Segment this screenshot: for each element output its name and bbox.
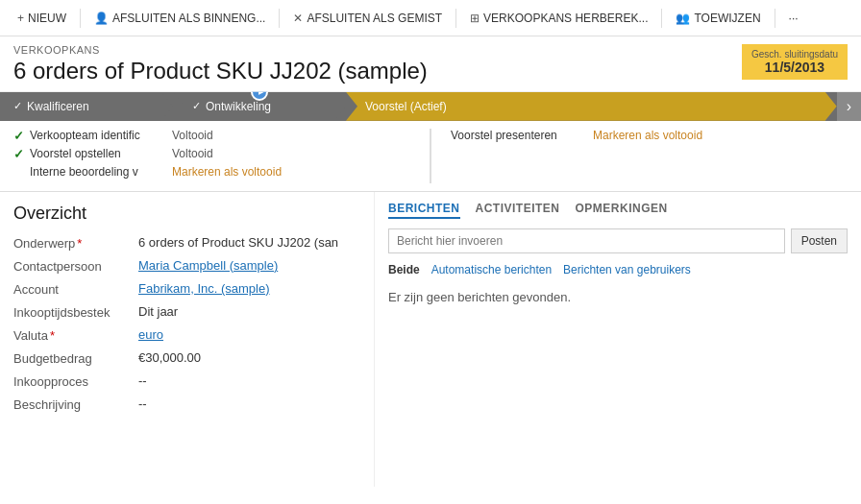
field-budgetbedrag-label: Budgetbedrag — [13, 350, 138, 366]
separator-4 — [661, 9, 662, 28]
step-interne-action[interactable]: Markeren als voltooid — [172, 165, 282, 179]
step-verkoopteam-label: Verkoopteam identific — [30, 129, 164, 142]
messages-panel: BERICHTEN ACTIVITEITEN OPMERKINGEN Poste… — [375, 192, 861, 487]
separator-3 — [455, 9, 456, 28]
field-budgetbedrag-value: €30,000.00 — [138, 350, 201, 365]
field-account-label: Account — [13, 281, 138, 297]
more-label: ··· — [789, 12, 799, 25]
message-input-row: Posten — [388, 228, 848, 253]
step-interne-beoordeling: ✓ Interne beoordeling v Markeren als vol… — [13, 165, 410, 180]
user-icon: 👤 — [94, 12, 109, 25]
step-voorstel-opstellen-label: Voorstel opstellen — [30, 147, 164, 160]
closing-date-value: 11/5/2013 — [751, 60, 838, 75]
page-title: 6 orders of Product SKU JJ202 (sample) — [13, 58, 848, 85]
field-inkooptijdsbestek: Inkooptijdsbestek Dit jaar — [13, 304, 360, 320]
field-valuta-label: Valuta* — [13, 327, 138, 343]
arrow-right-icon: › — [847, 98, 851, 115]
stage-ontwikkeling[interactable]: ✓ Ontwikkeling ▶ — [173, 92, 346, 121]
step-presenteren-label: Voorstel presenteren — [451, 129, 585, 142]
check-ontwikkeling: ✓ — [192, 100, 201, 112]
onderwerp-required: * — [77, 236, 82, 251]
steps-left-column: ✓ Verkoopteam identific Voltooid ✓ Voors… — [13, 129, 430, 183]
field-onderwerp-label: Onderwerp* — [13, 235, 138, 251]
field-account-value[interactable]: Fabrikam, Inc. (sample) — [138, 281, 270, 296]
closing-date-label: Gesch. sluitingsdatu — [751, 49, 838, 60]
page-subtitle: VERKOOPKANS — [13, 44, 848, 56]
check-verkoopteam-icon: ✓ — [13, 129, 24, 143]
closing-date-box: Gesch. sluitingsdatu 11/5/2013 — [742, 44, 848, 80]
step-voorstel-presenteren: Voorstel presenteren Markeren als voltoo… — [451, 129, 848, 142]
stage-kwalificeren-label: Kwalificeren — [27, 100, 89, 113]
field-valuta: Valuta* euro — [13, 327, 360, 343]
valuta-required: * — [50, 328, 55, 343]
nieuw-label: NIEUW — [28, 12, 66, 25]
filter-beide[interactable]: Beide — [388, 263, 420, 276]
toewijzen-button[interactable]: 👥 TOEWIJZEN — [668, 8, 768, 29]
page-header: VERKOOPKANS 6 orders of Product SKU JJ20… — [0, 36, 861, 92]
overview-panel: Overzicht Onderwerp* 6 orders of Product… — [0, 192, 375, 487]
steps-area: ✓ Verkoopteam identific Voltooid ✓ Voors… — [0, 121, 861, 192]
step-voorstel-opstellen-value: Voltooid — [172, 147, 213, 160]
no-messages-text: Er zijn geen berichten gevonden. — [388, 286, 848, 304]
plus-icon: + — [17, 12, 24, 25]
tab-opmerkingen[interactable]: OPMERKINGEN — [576, 202, 668, 219]
field-valuta-value[interactable]: euro — [138, 327, 163, 342]
message-filters: Beide Automatische berichten Berichten v… — [388, 263, 848, 276]
step-presenteren-action[interactable]: Markeren als voltooid — [593, 129, 702, 142]
field-contactpersoon-label: Contactpersoon — [13, 258, 138, 274]
field-onderwerp: Onderwerp* 6 orders of Product SKU JJ202… — [13, 235, 360, 251]
field-beschrijving: Beschrijving -- — [13, 396, 360, 412]
messages-tabs: BERICHTEN ACTIVITEITEN OPMERKINGEN — [388, 202, 848, 219]
pipeline-end-arrow: › — [837, 92, 861, 121]
herberekenen-button[interactable]: ⊞ VERKOOPKANS HERBEREK... — [462, 8, 655, 29]
separator-5 — [775, 9, 775, 28]
field-account: Account Fabrikam, Inc. (sample) — [13, 281, 360, 297]
users-icon: 👥 — [676, 12, 690, 25]
toolbar: + NIEUW 👤 AFSLUITEN ALS BINNENG... ✕ AFS… — [0, 0, 861, 36]
step-verkoopteam: ✓ Verkoopteam identific Voltooid — [13, 129, 410, 143]
field-contactpersoon-value[interactable]: Maria Campbell (sample) — [138, 258, 278, 273]
field-inkoopproces-label: Inkoopproces — [13, 373, 138, 389]
step-voorstel-opstellen: ✓ Voorstel opstellen Voltooid — [13, 147, 410, 161]
main-content: Overzicht Onderwerp* 6 orders of Product… — [0, 192, 861, 487]
filter-gebruikers[interactable]: Berichten van gebruikers — [563, 263, 691, 276]
afsluiten-binneng-label: AFSLUITEN ALS BINNENG... — [112, 12, 265, 25]
tab-berichten[interactable]: BERICHTEN — [388, 202, 460, 219]
step-verkoopteam-value: Voltooid — [172, 129, 213, 142]
close-icon: ✕ — [293, 12, 303, 25]
afsluiten-gemist-button[interactable]: ✕ AFSLUITEN ALS GEMIST — [285, 8, 450, 29]
field-onderwerp-value: 6 orders of Product SKU JJ202 (san — [138, 235, 338, 250]
step-interne-label: Interne beoordeling v — [30, 165, 164, 179]
field-inkooptijdsbestek-label: Inkooptijdsbestek — [13, 304, 138, 320]
field-inkoopproces: Inkoopproces -- — [13, 373, 360, 389]
nieuw-button[interactable]: + NIEUW — [10, 8, 74, 29]
afsluiten-binneng-button[interactable]: 👤 AFSLUITEN ALS BINNENG... — [86, 8, 273, 29]
grid-icon: ⊞ — [470, 12, 480, 25]
check-interne-icon: ✓ — [13, 165, 24, 180]
overview-title: Overzicht — [13, 204, 360, 224]
field-inkooptijdsbestek-value: Dit jaar — [138, 304, 178, 319]
message-input[interactable] — [388, 228, 785, 253]
check-kwalificeren: ✓ — [13, 100, 22, 112]
filter-automatische[interactable]: Automatische berichten — [431, 263, 552, 276]
pipeline: ✓ Kwalificeren ✓ Ontwikkeling ▶ Voorstel… — [0, 92, 861, 121]
field-beschrijving-label: Beschrijving — [13, 396, 138, 412]
separator-2 — [279, 9, 280, 28]
steps-right-column: Voorstel presenteren Markeren als voltoo… — [430, 129, 848, 183]
stage-kwalificeren[interactable]: ✓ Kwalificeren — [0, 92, 173, 121]
check-voorstel-opstellen-icon: ✓ — [13, 147, 24, 161]
herberekenen-label: VERKOOPKANS HERBEREK... — [483, 12, 648, 25]
afsluiten-gemist-label: AFSLUITEN ALS GEMIST — [307, 12, 442, 25]
field-inkoopproces-value: -- — [138, 373, 147, 388]
field-contactpersoon: Contactpersoon Maria Campbell (sample) — [13, 258, 360, 274]
more-button[interactable]: ··· — [781, 8, 806, 29]
field-beschrijving-value: -- — [138, 396, 147, 411]
post-button[interactable]: Posten — [791, 228, 848, 253]
field-budgetbedrag: Budgetbedrag €30,000.00 — [13, 350, 360, 366]
stage-voorstel[interactable]: Voorstel (Actief) — [346, 92, 837, 121]
separator-1 — [80, 9, 81, 28]
tab-activiteiten[interactable]: ACTIVITEITEN — [476, 202, 560, 219]
toewijzen-label: TOEWIJZEN — [694, 12, 760, 25]
stage-ontwikkeling-label: Ontwikkeling — [206, 100, 271, 113]
stage-voorstel-label: Voorstel (Actief) — [365, 100, 447, 113]
